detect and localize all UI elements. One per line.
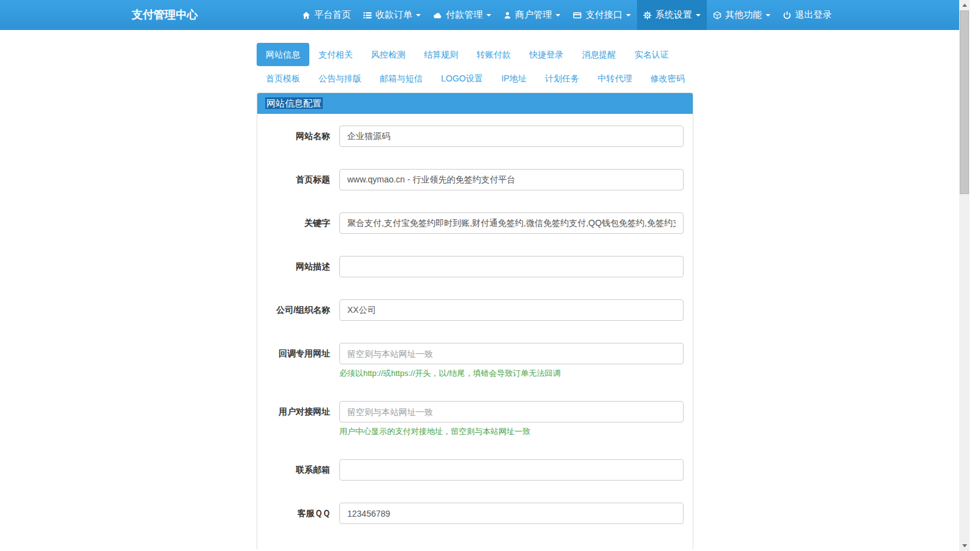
tab-change-password[interactable]: 修改密码 (641, 67, 694, 90)
scroll-down-button[interactable] (959, 541, 970, 551)
tab-site-info[interactable]: 网站信息 (257, 43, 309, 66)
nav-item-pay-interface[interactable]: 支付接口 (567, 0, 637, 30)
contact-email-input-col (339, 459, 684, 481)
nav-item-label: 退出登录 (795, 9, 832, 21)
user-api-url-input-col: 用户中心显示的支付对接地址，留空则与本站网址一致 (339, 401, 684, 437)
nav-item-system-settings[interactable]: 系统设置 (637, 0, 707, 30)
vertical-scrollbar[interactable] (959, 0, 970, 551)
scroll-up-button[interactable] (959, 0, 970, 10)
panel-title: 网站信息配置 (265, 97, 323, 109)
service-qq-label: 客服ＱＱ (266, 503, 330, 524)
form-group-company-name: 公司/组织名称 (266, 299, 684, 321)
cube-icon (713, 11, 722, 20)
app-title: 支付管理中心 (132, 0, 198, 30)
nav-item-receive-orders[interactable]: 收款订单 (357, 0, 427, 30)
user-api-url-label: 用户对接网址 (266, 401, 330, 437)
nav-item-merchant-manage[interactable]: 商户管理 (497, 0, 567, 30)
site-info-panel: 网站信息配置 网站名称首页标题关键字网站描述公司/组织名称回调专用网址必须以ht… (257, 92, 693, 549)
tab-relay-proxy[interactable]: 中转代理 (589, 67, 641, 90)
callback-url-help-text: 必须以http://或https://开头，以/结尾，填错会导致订单无法回调 (339, 368, 684, 379)
settings-tabs-row-1: 网站信息支付相关风控检测结算规则转账付款快捷登录消息提醒实名认证 (257, 43, 693, 66)
caret-down-icon (626, 14, 631, 17)
site-description-input[interactable] (339, 256, 684, 277)
service-qq-input[interactable] (339, 503, 684, 524)
form-group-callback-url: 回调专用网址必须以http://或https://开头，以/结尾，填错会导致订单… (266, 343, 684, 379)
nav-item-other-functions[interactable]: 其他功能 (707, 0, 777, 30)
site-description-input-col (339, 256, 684, 277)
user-api-url-input[interactable] (339, 401, 684, 422)
callback-url-label: 回调专用网址 (266, 343, 330, 379)
tab-message-notify[interactable]: 消息提醒 (573, 43, 625, 66)
nav-item-label: 平台首页 (314, 9, 351, 21)
arrow-down-icon (962, 544, 967, 547)
form-group-contact-email: 联系邮箱 (266, 459, 684, 481)
tab-quick-login[interactable]: 快捷登录 (520, 43, 573, 66)
settings-tabs-row-2: 首页模板公告与排版邮箱与短信LOGO设置IP地址计划任务中转代理修改密码 (257, 67, 693, 90)
tab-realname-auth[interactable]: 实名认证 (625, 43, 678, 66)
nav-item-label: 商户管理 (515, 9, 552, 21)
home-title-input[interactable] (339, 169, 684, 190)
nav-item-payout-manage[interactable]: 付款管理 (427, 0, 497, 30)
caret-down-icon (416, 14, 421, 17)
site-name-label: 网站名称 (266, 126, 330, 147)
form-group-site-description: 网站描述 (266, 256, 684, 277)
form-group-home-title: 首页标题 (266, 169, 684, 190)
form-group-site-name: 网站名称 (266, 126, 684, 147)
tab-notice-layout[interactable]: 公告与排版 (309, 67, 371, 90)
site-name-input-col (339, 126, 684, 147)
list-icon (363, 11, 372, 20)
user-icon (503, 11, 511, 20)
panel-header: 网站信息配置 (257, 93, 693, 114)
tab-logo-settings[interactable]: LOGO设置 (432, 67, 492, 90)
site-description-label: 网站描述 (266, 256, 330, 277)
service-qq-input-col (339, 503, 684, 524)
tab-transfer-payment[interactable]: 转账付款 (467, 43, 520, 66)
company-name-input-col (339, 299, 684, 321)
company-name-label: 公司/组织名称 (266, 299, 330, 321)
page: 支付管理中心 平台首页收款订单付款管理商户管理支付接口系统设置其他功能退出登录 … (0, 0, 970, 551)
power-icon (783, 11, 791, 20)
main-content: 网站信息支付相关风控检测结算规则转账付款快捷登录消息提醒实名认证 首页模板公告与… (257, 43, 693, 549)
site-name-input[interactable] (339, 126, 684, 147)
tab-home-template[interactable]: 首页模板 (257, 67, 309, 90)
nav-menu: 平台首页收款订单付款管理商户管理支付接口系统设置其他功能退出登录 (296, 0, 838, 30)
gear-icon (643, 11, 652, 20)
nav-item-logout[interactable]: 退出登录 (777, 0, 838, 30)
tab-ip-address[interactable]: IP地址 (492, 67, 535, 90)
nav-item-home[interactable]: 平台首页 (296, 0, 357, 30)
company-name-input[interactable] (339, 299, 684, 321)
form-group-service-qq: 客服ＱＱ (266, 503, 684, 524)
caret-down-icon (766, 14, 771, 17)
contact-email-label: 联系邮箱 (266, 459, 330, 481)
caret-down-icon (696, 14, 701, 17)
form-group-keywords: 关键字 (266, 212, 684, 234)
arrow-up-icon (962, 4, 967, 7)
nav-item-label: 收款订单 (375, 9, 412, 21)
site-info-form: 网站名称首页标题关键字网站描述公司/组织名称回调专用网址必须以http://或h… (257, 114, 693, 524)
credit-card-icon (573, 11, 582, 20)
tab-settlement-rules[interactable]: 结算规则 (415, 43, 467, 66)
caret-down-icon (486, 14, 491, 17)
nav-item-label: 付款管理 (446, 9, 483, 21)
callback-url-input[interactable] (339, 343, 684, 364)
keywords-input-col (339, 212, 684, 234)
top-navbar: 支付管理中心 平台首页收款订单付款管理商户管理支付接口系统设置其他功能退出登录 (0, 0, 970, 30)
scrollbar-thumb[interactable] (960, 10, 969, 194)
tab-cron-tasks[interactable]: 计划任务 (536, 67, 589, 90)
keywords-input[interactable] (339, 212, 684, 234)
tab-payment-related[interactable]: 支付相关 (309, 43, 362, 66)
nav-item-label: 其他功能 (725, 9, 762, 21)
tab-email-sms[interactable]: 邮箱与短信 (371, 67, 432, 90)
home-icon (302, 11, 311, 20)
home-title-label: 首页标题 (266, 169, 330, 190)
form-group-user-api-url: 用户对接网址用户中心显示的支付对接地址，留空则与本站网址一致 (266, 401, 684, 437)
cloud-icon (433, 11, 442, 20)
nav-item-label: 支付接口 (586, 9, 622, 21)
callback-url-input-col: 必须以http://或https://开头，以/结尾，填错会导致订单无法回调 (339, 343, 684, 379)
tab-risk-control[interactable]: 风控检测 (362, 43, 415, 66)
contact-email-input[interactable] (339, 459, 684, 481)
user-api-url-help-text: 用户中心显示的支付对接地址，留空则与本站网址一致 (339, 426, 684, 437)
home-title-input-col (339, 169, 684, 190)
keywords-label: 关键字 (266, 212, 330, 234)
nav-item-label: 系统设置 (655, 9, 692, 21)
